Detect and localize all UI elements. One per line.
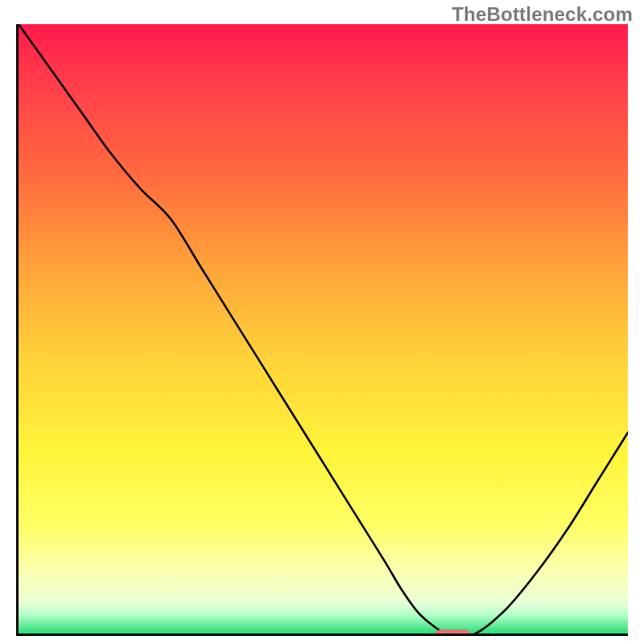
chart-stage: TheBottleneck.com	[0, 0, 644, 644]
plot-area	[16, 24, 628, 636]
optimal-marker	[435, 630, 472, 636]
curve-svg	[19, 24, 628, 634]
watermark-text: TheBottleneck.com	[452, 3, 633, 26]
bottleneck-curve	[19, 24, 628, 634]
